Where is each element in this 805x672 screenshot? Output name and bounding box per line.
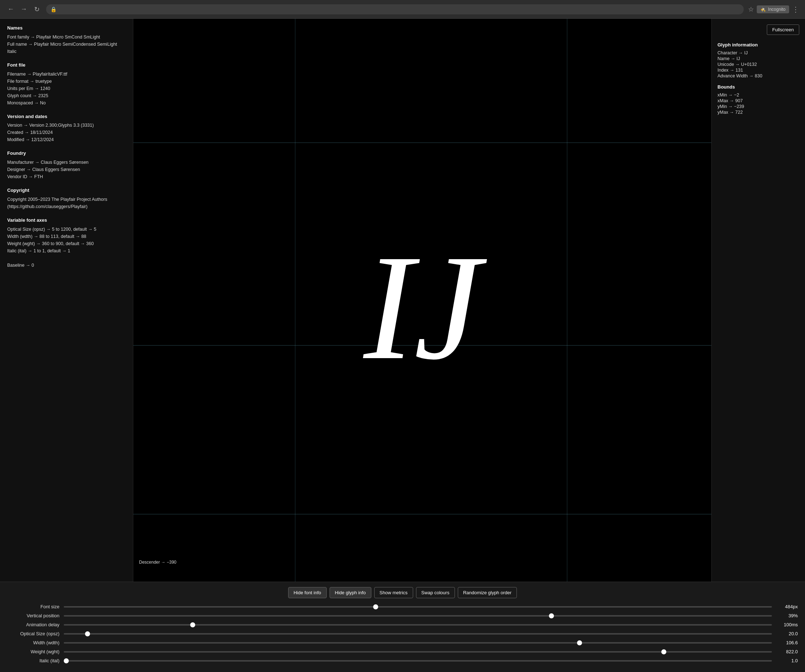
font-family-row: Font family → Playfair Micro SmCond SmLi… [7,33,126,41]
slider-row-1: Vertical position39% [7,613,798,618]
foundry-section: Foundry Manufacturer → Claus Eggers Søre… [7,150,126,180]
xmax-row: xMax → 907 [718,98,799,103]
slider-label-0: Font size [7,604,59,610]
hide-font-info-button[interactable]: Hide font info [288,587,327,598]
bounds-section: Bounds xMin → −2 xMax → 907 yMin → −239 … [718,84,799,115]
reload-button[interactable]: ↻ [32,4,42,15]
fullscreen-button[interactable]: Fullscreen [767,25,799,35]
foundry-title: Foundry [7,150,126,157]
slider-input-0[interactable] [64,606,772,608]
ymax-row: yMax → 722 [718,110,799,115]
bounds-title: Bounds [718,84,799,90]
slider-value-2: 100ms [776,622,798,628]
variable-axes-title: Variable font axes [7,217,126,224]
slider-input-6[interactable] [64,660,772,662]
slider-value-0: 484px [776,604,798,610]
variable-axes-section: Variable font axes Optical Size (opsz) →… [7,217,126,254]
browser-chrome: ← → ↻ 🔒 localhost:8080/HyperFlipBX90000D… [0,0,805,19]
ascender-line [133,143,711,143]
browser-menu-button[interactable]: ⋮ [792,5,799,14]
glyph-character-row: Character → IJ [718,51,799,56]
slider-label-5: Weight (wght) [7,649,59,654]
slider-row-4: Width (wdth)106.6 [7,640,798,645]
app-container: Names Font family → Playfair Micro SmCon… [0,19,805,672]
font-file-section: Font file Filename → PlayfairItalicVF.tt… [7,62,126,107]
slider-label-6: Italic (ital) [7,658,59,663]
slider-value-5: 822.0 [776,649,798,654]
slider-label-1: Vertical position [7,613,59,618]
slider-row-0: Font size484px [7,604,798,610]
modified-row: Modified → 12/12/2024 [7,136,126,143]
slider-label-3: Optical Size (opsz) [7,631,59,636]
slider-label-4: Width (wdth) [7,640,59,645]
swap-colours-button[interactable]: Swap colours [416,587,455,598]
descender-label: Descender → −390 [139,560,176,565]
copyright-url-row: (https://github.com/clauseggers/Playfair… [7,203,126,210]
glyph-info-panel: Fullscreen Glyph information Character →… [711,19,805,582]
opsz-row: Optical Size (opsz) → 5 to 1200, default… [7,226,126,233]
hide-glyph-info-button[interactable]: Hide glyph info [330,587,371,598]
button-row: Hide font info Hide glyph info Show metr… [7,587,798,598]
show-metrics-button[interactable]: Show metrics [374,587,413,598]
xmin-row: xMin → −2 [718,92,799,98]
slider-input-3[interactable] [64,633,772,634]
ital-row: Italic (ital) → 1 to 1, default → 1 [7,247,126,254]
glyph-name-row: Name → IJ [718,56,799,61]
slider-row-2: Animation delay100ms [7,622,798,628]
right-bearing-line [567,19,567,582]
lock-icon: 🔒 [51,7,57,12]
created-row: Created → 18/11/2024 [7,129,126,136]
slider-input-5[interactable] [64,651,772,652]
slider-value-6: 1.0 [776,658,798,663]
descender-line [133,514,711,515]
manufacturer-row: Manufacturer → Claus Eggers Sørensen [7,159,126,166]
copyright-section: Copyright Copyright 2005–2023 The Playfa… [7,187,126,210]
address-bar[interactable]: 🔒 localhost:8080/HyperFlipBX90000Dominat… [46,4,744,15]
slider-input-4[interactable] [64,642,772,644]
copyright-title: Copyright [7,187,126,194]
slider-value-1: 39% [776,613,798,618]
bookmark-button[interactable]: ☆ [748,5,754,13]
randomize-button[interactable]: Randomize glyph order [458,587,517,598]
glyph-character: IJ [363,232,481,383]
baseline-label: Baseline → 0 [7,262,126,269]
controls-bar: Hide font info Hide glyph info Show metr… [0,582,805,672]
full-name-row: Full name → Playfair Micro SemiCondensed… [7,41,126,48]
slider-row-6: Italic (ital)1.0 [7,658,798,663]
copyright-text-row: Copyright 2005–2023 The Playfair Project… [7,196,126,203]
glyph-unicode-row: Unicode → U+0132 [718,62,799,67]
incognito-icon: 🕵 [760,7,766,12]
url-input[interactable]: localhost:8080/HyperFlipBX90000Dominator… [59,7,739,12]
version-row: Version → Version 2.300;Glyphs 3.3 (3331… [7,122,126,129]
slider-value-4: 106.6 [776,640,798,645]
glyph-display: IJ Descender → −390 [133,19,711,582]
wght-row: Weight (wght) → 360 to 900, default → 36… [7,240,126,247]
style-row: Italic [7,48,126,55]
wdth-row: Width (wdth) → 88 to 113, default → 88 [7,233,126,240]
content-area: Names Font family → Playfair Micro SmCon… [0,19,805,582]
monospaced-row: Monospaced → No [7,99,126,107]
forward-button[interactable]: → [19,4,29,15]
names-section: Names Font family → Playfair Micro SmCon… [7,25,126,55]
nav-buttons: ← → ↻ [6,4,42,15]
font-info-panel: Names Font family → Playfair Micro SmCon… [0,19,133,582]
back-button[interactable]: ← [6,4,16,15]
designer-row: Designer → Claus Eggers Sørensen [7,166,126,173]
incognito-label: Incognito [768,7,785,12]
incognito-badge: 🕵 Incognito [757,5,789,13]
sliders-container: Font size484pxVertical position39%Animat… [7,604,798,663]
browser-actions: ☆ 🕵 Incognito ⋮ [748,5,799,14]
units-per-em-row: Units per Em → 1240 [7,85,126,92]
slider-input-1[interactable] [64,615,772,616]
ymin-row: yMin → −239 [718,104,799,109]
slider-label-2: Animation delay [7,622,59,628]
font-file-title: Font file [7,62,126,69]
slider-input-2[interactable] [64,624,772,626]
glyph-advance-width-row: Advance Width → 830 [718,74,799,79]
filename-row: Filename → PlayfairItalicVF.ttf [7,70,126,78]
glyph-index-row: Index → 131 [718,68,799,73]
glyph-info-title: Glyph information [718,42,799,48]
names-title: Names [7,25,126,32]
slider-row-3: Optical Size (opsz)20.0 [7,631,798,636]
slider-row-5: Weight (wght)822.0 [7,649,798,654]
